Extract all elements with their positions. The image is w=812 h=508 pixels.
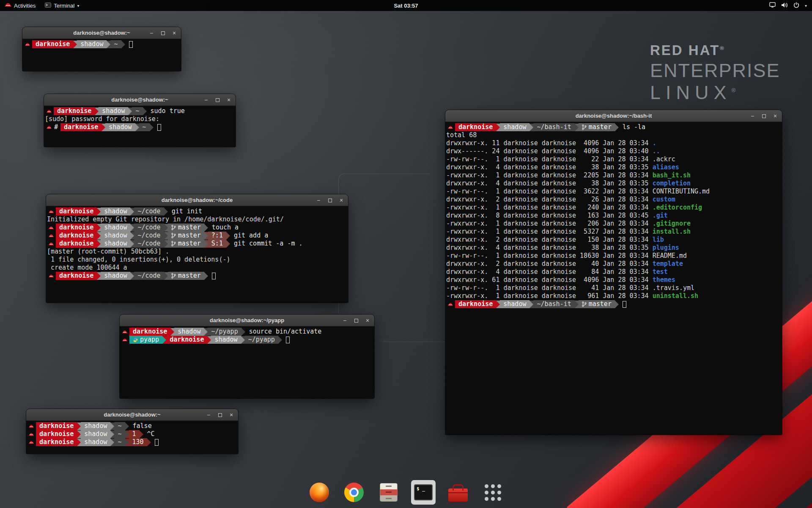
prompt-segment-exit: 130 [129, 438, 147, 446]
window-titlebar[interactable]: darknoise@shadow:~−× [26, 409, 238, 421]
prompt-line: darknoiseshadow~1 ^C [27, 430, 238, 438]
prompt-segment-user: darknoise [54, 107, 95, 115]
ls-entry-line: -rw-rw-r--. 1 darknoise darknoise 41 Jan… [446, 284, 782, 292]
prompt-segment-path: ~ [114, 438, 125, 446]
powerline-arrow [130, 224, 134, 232]
ls-entry-meta: -rwxrwxr-x. 1 darknoise darknoise 2205 J… [446, 171, 653, 179]
close-button[interactable]: × [228, 412, 234, 418]
redhat-prompt-icon [448, 302, 453, 306]
maximize-button[interactable] [353, 318, 359, 323]
ls-entry-name: CONTRIBUTING.md [653, 188, 710, 195]
maximize-button[interactable] [214, 97, 220, 103]
powerline-arrow [77, 431, 81, 438]
ls-entry-name: .git [653, 212, 668, 219]
ls-entry-line: drwxrwxr-x. 2 darknoise darknoise 150 Ja… [446, 236, 782, 244]
close-button[interactable]: × [772, 113, 778, 119]
command-text: source bin/activate [245, 328, 322, 336]
maximize-button[interactable] [327, 197, 333, 203]
prompt-segment-host: shadow [101, 224, 130, 232]
prompt-line: darknoiseshadow~/codemaster?:1 git add a [47, 232, 348, 240]
prompt-segment-host: shadow [99, 107, 128, 115]
window-titlebar[interactable]: darknoise@shadow:~−× [22, 27, 181, 39]
branch-icon [171, 225, 176, 230]
activities-button[interactable]: Activities [0, 0, 40, 11]
ls-entry-meta: -rw-rw-r--. 1 darknoise darknoise 41 Jan… [446, 284, 653, 292]
branch-icon [582, 124, 587, 130]
terminal-content[interactable]: darknoiseshadow~ sudo true[sudo] passwor… [44, 106, 236, 147]
powerline-arrow [241, 328, 245, 336]
terminal-content[interactable]: darknoiseshadow~/pyapp source bin/activa… [120, 326, 374, 398]
powerline-arrow [125, 439, 129, 446]
maximize-button[interactable] [160, 30, 166, 36]
terminal-content[interactable]: darknoiseshadow~/bash-itmaster ls -latot… [445, 122, 782, 435]
close-button[interactable]: × [171, 30, 177, 36]
window-titlebar[interactable]: darknoise@shadow:~/code−× [46, 194, 348, 206]
powerline-arrow [130, 208, 134, 215]
window-titlebar[interactable]: darknoise@shadow:~−× [44, 94, 236, 106]
dock-item-terminal[interactable] [411, 480, 436, 505]
redhat-prompt-icon [29, 432, 34, 436]
chevron-down-icon: ▾ [805, 3, 807, 8]
close-button[interactable]: × [226, 97, 232, 103]
clock[interactable]: Sat 03:57 [394, 3, 418, 9]
ls-entry-line: -rw-rw-r--. 1 darknoise darknoise 3622 J… [446, 188, 782, 196]
powerline-arrow [128, 108, 132, 115]
prompt-segment-user: darknoise [56, 240, 97, 248]
powerline-arrow [97, 208, 101, 215]
prompt-segment-host: shadow [500, 300, 529, 308]
power-icon [793, 2, 799, 9]
ls-entry-name: aliases [653, 163, 679, 171]
minimize-button[interactable]: − [315, 197, 321, 203]
ls-entry-line: drwxrwxr-x. 4 darknoise darknoise 38 Jan… [446, 179, 782, 188]
window-title: darknoise@shadow:~ [104, 411, 160, 418]
ls-entry-meta: -rwxrwxr-x. 1 darknoise darknoise 5327 J… [446, 228, 653, 235]
prompt-line: darknoiseshadow~ false [27, 422, 238, 430]
system-status-area[interactable]: ▾ [764, 0, 812, 11]
powerline-arrow [95, 108, 99, 115]
terminal-output-line: [master (root-commit) 50bcb63] . [47, 248, 348, 256]
window-controls: −× [206, 409, 234, 420]
close-button[interactable]: × [365, 318, 370, 323]
terminal-icon [414, 484, 433, 500]
terminal-output-line: create mode 100644 a [47, 264, 348, 272]
window-controls: −× [342, 315, 370, 326]
minimize-button[interactable]: − [203, 97, 209, 103]
ls-entry-meta: drwx------. 24 darknoise darknoise 4096 … [446, 147, 653, 155]
dock-item-show-apps[interactable] [480, 480, 505, 505]
prompt-line: darknoiseshadow~ [23, 40, 181, 48]
terminal-cursor [155, 439, 159, 446]
minimize-button[interactable]: − [342, 318, 348, 323]
window-controls: −× [315, 194, 344, 206]
terminal-content[interactable]: darknoiseshadow~/code git initInitialize… [46, 206, 348, 303]
ls-entry-meta: -rwxrwxr-x. 1 darknoise darknoise 240 Ja… [446, 204, 653, 211]
close-button[interactable]: × [338, 197, 344, 203]
dock-item-toolbox[interactable] [446, 480, 470, 505]
powerline-arrow [529, 301, 533, 308]
minimize-button[interactable]: − [206, 412, 211, 418]
powerline-arrow [207, 336, 211, 344]
python-icon [133, 337, 138, 342]
powerline-arrow [226, 240, 230, 248]
terminal-content[interactable]: darknoiseshadow~ [22, 39, 181, 71]
app-menu-terminal[interactable]: Terminal ▾ [40, 0, 84, 11]
prompt-line: darknoiseshadow~/codemasterS:1 git commi… [47, 240, 348, 248]
terminal-content[interactable]: darknoiseshadow~ falsedarknoiseshadow~1 … [26, 421, 238, 454]
dock-item-files[interactable] [376, 480, 401, 505]
dock-item-firefox[interactable] [307, 480, 332, 505]
prompt-segment-path: ~/code [134, 224, 164, 232]
ls-entry-name: themes [653, 276, 675, 284]
minimize-button[interactable]: − [749, 113, 755, 119]
dock-item-chrome[interactable] [342, 480, 366, 505]
window-titlebar[interactable]: darknoise@shadow:~/bash-it−× [445, 110, 782, 122]
prompt-segment-host: shadow [174, 328, 204, 336]
ls-entry-name: uninstall.sh [653, 292, 698, 300]
window-titlebar[interactable]: darknoise@shadow:~/pyapp−× [120, 315, 374, 326]
powerline-arrow [125, 431, 129, 438]
minimize-button[interactable]: − [148, 30, 154, 36]
prompt-segment-path: ~/code [134, 232, 164, 240]
maximize-button[interactable] [217, 412, 223, 418]
prompt-segment-host: shadow [81, 422, 110, 430]
command-text: ^C [143, 430, 155, 438]
maximize-button[interactable] [761, 113, 767, 119]
powerline-arrow [496, 301, 500, 308]
